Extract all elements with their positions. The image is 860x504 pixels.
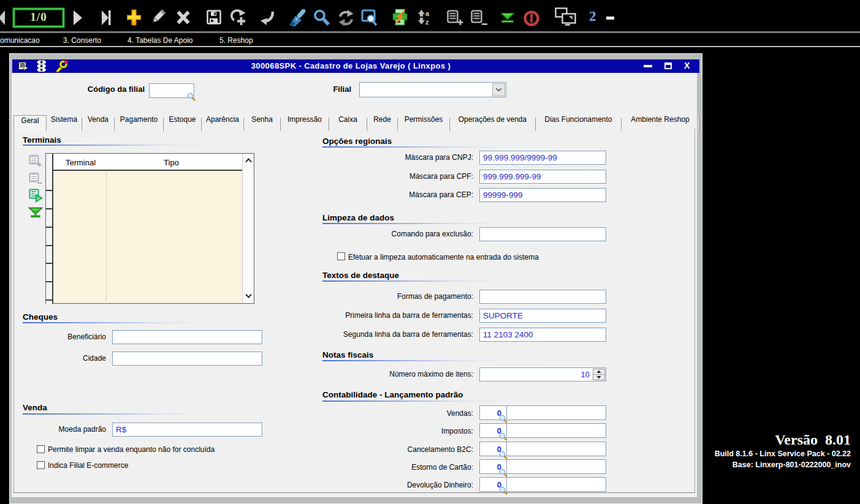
svg-text:a: a xyxy=(425,10,430,17)
svg-text:z: z xyxy=(425,18,429,26)
